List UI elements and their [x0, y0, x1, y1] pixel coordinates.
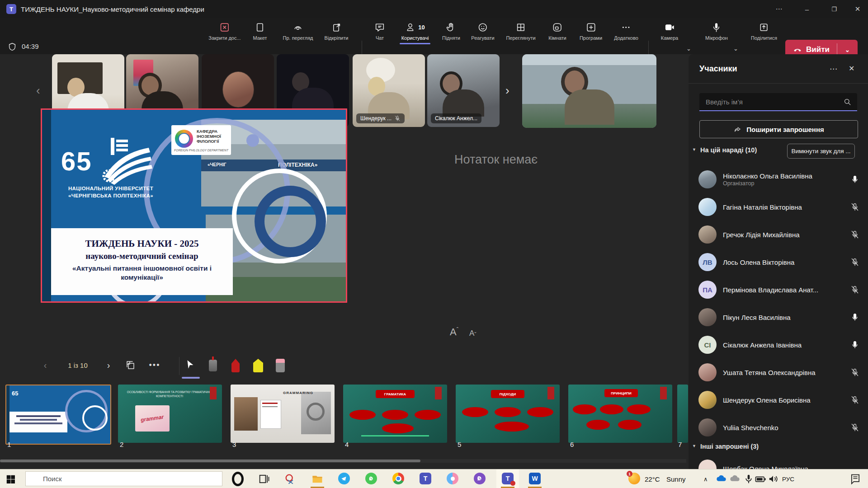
taskbar-search-input[interactable] — [25, 471, 222, 486]
word-icon[interactable]: W — [529, 473, 541, 484]
apps-button[interactable]: Програми — [580, 22, 602, 41]
window-restore-icon[interactable]: ❐ — [824, 0, 844, 18]
strip-scroll-left-icon[interactable]: ‹ — [36, 84, 40, 98]
teams-icon[interactable]: T — [420, 473, 431, 484]
slide-thumbnail-2[interactable]: ОСОБЛИВОСТІ ФОРМУВАННЯ ТА РОЗВИТКУ ГРАМА… — [118, 385, 222, 443]
rooms-button[interactable]: Кімнати — [548, 22, 566, 41]
section-collapse-icon[interactable]: ▼ — [692, 147, 696, 152]
opera-icon[interactable] — [231, 473, 244, 485]
mic-muted-icon[interactable] — [850, 258, 859, 267]
next-slide-icon[interactable]: › — [107, 355, 110, 375]
stop-sharing-button[interactable]: Закрити дос... — [208, 22, 241, 41]
highlighter-tool-icon[interactable] — [253, 359, 263, 372]
raise-hand-button[interactable]: Підняти — [442, 22, 460, 41]
start-button-icon[interactable] — [5, 473, 17, 485]
chrome-icon[interactable] — [392, 473, 404, 484]
slide-thumbnail-1[interactable]: 65 — [5, 385, 111, 445]
cursor-tool-icon[interactable] — [184, 359, 196, 371]
participant-search-input[interactable] — [699, 93, 857, 111]
viber-icon[interactable] — [474, 473, 486, 484]
participant-row[interactable]: Ніколаєнко Ольга ВасилівнаОрганізатор — [698, 168, 859, 191]
cloud-icon[interactable] — [729, 473, 741, 485]
window-close-icon[interactable]: ✕ — [847, 0, 868, 18]
prev-slide-icon[interactable]: ‹ — [44, 355, 47, 375]
participant-row[interactable]: ЛВ Лось Олена Вікторівна — [698, 251, 859, 273]
mic-on-icon[interactable] — [850, 313, 859, 322]
participant-row[interactable]: Ушата Тетяна Олександрівна — [698, 361, 859, 384]
slide-more-icon[interactable]: ••• — [149, 355, 160, 375]
video-tile[interactable]: Шендерук ... — [353, 54, 425, 127]
strip-scroll-right-icon[interactable]: › — [505, 84, 509, 98]
file-explorer-icon[interactable] — [311, 473, 324, 485]
task-view-icon[interactable] — [258, 473, 270, 485]
font-decrease-button[interactable]: Aˇ — [469, 329, 476, 338]
mic-options-chevron-icon[interactable]: ⌄ — [733, 45, 738, 52]
camera-options-chevron-icon[interactable]: ⌄ — [686, 45, 691, 52]
pen-tool-icon[interactable] — [231, 359, 240, 372]
presenter-view-button[interactable]: Пр. перегляд — [283, 22, 313, 41]
mic-muted-icon[interactable] — [850, 395, 859, 404]
more-button[interactable]: Додатково — [614, 22, 638, 41]
share-button[interactable]: Поділитися — [751, 22, 777, 41]
participant-row[interactable]: Гагіна Наталія Вікторівна — [698, 196, 859, 218]
active-speaker-tile[interactable] — [522, 54, 656, 128]
telegram-icon[interactable] — [338, 473, 350, 484]
participant-row[interactable]: Шендерук Олена Борисівна — [698, 389, 859, 411]
participant-row[interactable]: ПА Пермінова Владислава Анат... — [698, 278, 859, 301]
camera-button[interactable]: Камера — [661, 22, 678, 41]
layout-button[interactable]: Макет — [253, 22, 267, 41]
eraser-tool-icon[interactable] — [276, 359, 285, 372]
react-button[interactable]: Реагувати — [471, 22, 494, 41]
mic-muted-icon[interactable] — [850, 423, 859, 432]
slide-thumbnail-3[interactable]: GRAMMARING — [231, 385, 335, 443]
slide-thumbnail-4[interactable]: ГРАМАТИКА — [343, 385, 447, 443]
tray-mic-icon[interactable] — [742, 473, 755, 485]
mute-all-button[interactable]: Вимкнути звук для ... — [787, 144, 855, 159]
filmstrip-scrollbar-thumb[interactable] — [0, 460, 420, 462]
mic-muted-icon[interactable] — [850, 230, 859, 239]
chat-button[interactable]: Чат — [374, 22, 386, 41]
window-more-icon[interactable]: ⋯ — [769, 0, 789, 18]
slide-thumbnail-5[interactable]: ПІДХОДИ — [456, 385, 560, 443]
onedrive-icon[interactable] — [715, 473, 728, 485]
mic-button[interactable]: Мікрофон — [705, 22, 728, 41]
notification-center-icon[interactable] — [849, 473, 862, 485]
mic-muted-icon[interactable] — [850, 285, 859, 294]
participant-row[interactable]: Гречок Лідія Михайлівна — [698, 223, 859, 246]
participant-row[interactable]: Щербак Олена Миколаївна — [698, 457, 859, 469]
mic-on-icon[interactable] — [850, 175, 859, 184]
language-indicator[interactable]: РУС — [782, 469, 794, 488]
leave-options-chevron-icon[interactable]: ⌄ — [837, 47, 858, 53]
weather-icon[interactable]: 1 — [628, 473, 640, 484]
slide-thumbnail-7[interactable] — [677, 385, 688, 443]
laser-pointer-icon[interactable] — [209, 360, 217, 371]
unpin-button[interactable]: Відкріпити — [325, 22, 349, 41]
share-invite-button[interactable]: Поширити запрошення — [699, 120, 858, 138]
panel-more-icon[interactable]: ⋯ — [830, 64, 838, 74]
screenrec-icon[interactable] — [284, 473, 297, 485]
participant-row[interactable]: Пікун Леся Василівна — [698, 306, 859, 328]
section-collapse-icon[interactable]: ▼ — [692, 444, 696, 448]
weather-condition[interactable]: Sunny — [666, 469, 686, 488]
mic-muted-icon[interactable] — [850, 368, 859, 377]
participant-row[interactable]: СІ Сікалюк Анжела Іванівна — [698, 333, 859, 356]
paint-icon[interactable] — [447, 473, 458, 484]
speaker-icon[interactable] — [767, 473, 779, 485]
slide-thumbnail-6[interactable]: ПРИНЦИПИ — [568, 385, 672, 443]
participant-row[interactable]: Yuliia Shevchenko — [698, 416, 859, 439]
tray-expand-icon[interactable]: ∧ — [703, 469, 708, 488]
video-tile[interactable]: Сікалюк Анжел... — [427, 54, 500, 127]
teams-active-icon[interactable]: T — [502, 473, 514, 484]
weather-temp[interactable]: 22°C — [645, 469, 660, 488]
whatsapp-icon[interactable] — [365, 473, 377, 484]
thumbnail-view-icon[interactable] — [125, 360, 136, 371]
filmstrip-scrollbar-track[interactable] — [0, 459, 686, 463]
people-button[interactable]: 10 Користувачі — [400, 22, 430, 44]
view-button[interactable]: Переглянути — [506, 22, 535, 41]
window-minimize-icon[interactable]: – — [797, 0, 817, 18]
mic-on-icon[interactable] — [850, 340, 859, 349]
mic-muted-icon[interactable] — [850, 202, 859, 211]
battery-icon[interactable] — [754, 473, 767, 485]
panel-close-icon[interactable]: ✕ — [849, 64, 854, 73]
font-increase-button[interactable]: Aˆ — [450, 326, 458, 338]
